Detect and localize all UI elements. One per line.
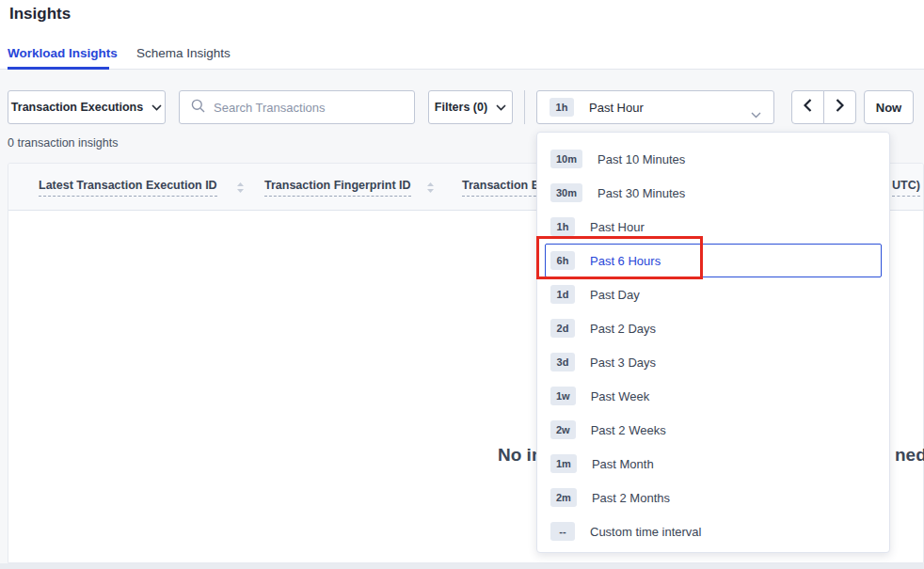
time-option-badge: -- <box>550 522 575 541</box>
column-header-utc-truncated: UTC) <box>892 164 920 211</box>
time-option-badge: 1h <box>550 217 575 236</box>
time-option-badge: 2w <box>550 420 576 439</box>
time-option-label: Past 2 Weeks <box>591 423 666 437</box>
filters-button-label: Filters (0) <box>435 101 487 114</box>
next-interval-button[interactable] <box>823 90 856 124</box>
time-option-badge: 2d <box>550 319 575 338</box>
active-tab-underline <box>8 67 109 70</box>
search-icon <box>191 99 205 117</box>
column-header-latest-transaction-execution-id: Latest Transaction Execution ID <box>39 164 245 211</box>
time-range-dropdown-menu: 10m Past 10 Minutes 30m Past 30 Minutes … <box>536 132 890 553</box>
time-option[interactable]: 1h Past Hour <box>545 210 882 244</box>
time-option[interactable]: 1m Past Month <box>545 447 882 481</box>
search-box[interactable] <box>179 90 415 124</box>
chevron-left-icon <box>804 99 812 116</box>
time-option[interactable]: 3d Past 3 Days <box>545 345 882 379</box>
column-header-label[interactable]: Latest Transaction Execution ID <box>39 179 217 197</box>
time-range-label: Past Hour <box>589 101 644 115</box>
empty-state-text-fragment-right: ned. <box>895 445 924 466</box>
chevron-right-icon <box>836 99 844 116</box>
time-option-label: Past 2 Months <box>592 491 670 505</box>
insights-count: 0 transaction insights <box>8 136 118 150</box>
time-option-badge: 3d <box>550 353 575 371</box>
sort-icon[interactable] <box>426 182 435 194</box>
time-option-label: Past Month <box>592 457 654 471</box>
time-option[interactable]: 2w Past 2 Weeks <box>545 413 882 447</box>
time-option[interactable]: 10m Past 10 Minutes <box>545 142 882 176</box>
page-bottom-band <box>0 563 924 569</box>
time-option-label: Past Week <box>591 389 650 403</box>
column-header-transaction-fingerprint-id: Transaction Fingerprint ID <box>264 164 435 211</box>
filters-button[interactable]: Filters (0) <box>428 90 513 124</box>
column-header-label[interactable]: Transaction Ex <box>462 179 546 197</box>
chevron-down-icon <box>496 101 506 114</box>
search-input[interactable] <box>214 101 403 115</box>
now-button[interactable]: Now <box>864 90 914 124</box>
chevron-down-icon <box>751 105 761 122</box>
chevron-down-icon <box>151 101 162 114</box>
tab-workload-insights[interactable]: Workload Insights <box>8 46 118 60</box>
time-option-badge: 1w <box>550 387 576 405</box>
time-option-badge: 10m <box>550 150 582 168</box>
time-option-label: Custom time interval <box>590 525 701 539</box>
toolbar-divider <box>524 90 525 124</box>
tab-bar-divider <box>0 69 924 70</box>
column-header-transaction-execution-truncated: Transaction Ex <box>462 164 546 211</box>
time-range-step-controls <box>791 90 856 124</box>
time-option-label: Past 30 Minutes <box>597 186 685 200</box>
time-option[interactable]: -- Custom time interval <box>545 514 882 548</box>
time-option[interactable]: 2m Past 2 Months <box>545 481 882 514</box>
time-option-label: Past 2 Days <box>590 322 656 336</box>
column-header-label[interactable]: UTC) <box>892 179 920 197</box>
insight-type-select-label: Transaction Executions <box>11 101 143 114</box>
time-option-label: Past 10 Minutes <box>597 152 685 166</box>
time-option[interactable]: 6h Past 6 Hours <box>545 244 882 277</box>
previous-interval-button[interactable] <box>791 90 824 124</box>
time-option-badge: 6h <box>550 251 575 270</box>
insight-type-select[interactable]: Transaction Executions <box>8 90 166 124</box>
time-option-badge: 1d <box>550 285 575 304</box>
time-option-label: Past Hour <box>590 220 645 234</box>
page-title: Insights <box>9 5 71 24</box>
time-option[interactable]: 1d Past Day <box>545 277 882 311</box>
tab-schema-insights[interactable]: Schema Insights <box>136 46 231 60</box>
time-range-dropdown-trigger[interactable]: 1h Past Hour <box>536 90 774 124</box>
time-range-badge: 1h <box>550 98 574 117</box>
column-header-label[interactable]: Transaction Fingerprint ID <box>264 179 411 197</box>
time-option[interactable]: 1w Past Week <box>545 379 882 413</box>
time-option-label: Past Day <box>590 288 640 302</box>
time-option-label: Past 3 Days <box>590 356 656 370</box>
time-option-badge: 1m <box>550 454 577 473</box>
time-option[interactable]: 30m Past 30 Minutes <box>545 176 882 210</box>
sort-icon[interactable] <box>236 182 245 194</box>
time-option-badge: 30m <box>550 183 582 202</box>
time-option[interactable]: 2d Past 2 Days <box>545 311 882 345</box>
time-option-badge: 2m <box>550 488 577 507</box>
time-option-label: Past 6 Hours <box>590 254 661 268</box>
